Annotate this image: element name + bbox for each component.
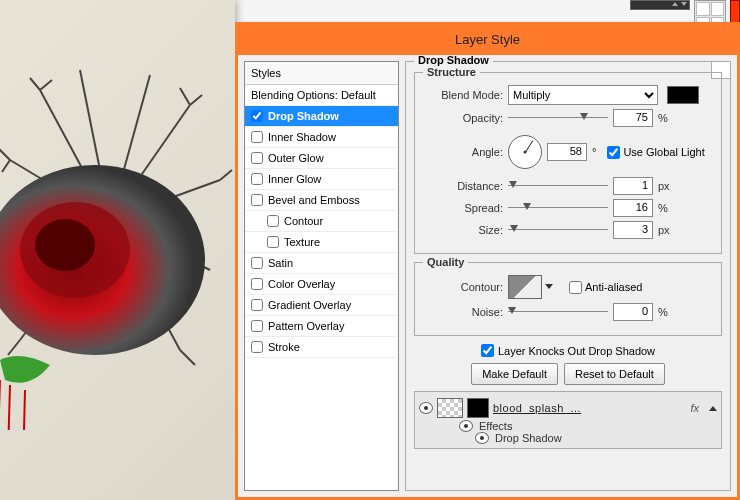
anti-aliased-checkbox[interactable]: Anti-aliased xyxy=(569,281,642,294)
style-checkbox[interactable] xyxy=(251,320,263,332)
style-item-drop-shadow[interactable]: Drop Shadow xyxy=(245,106,398,127)
size-slider[interactable] xyxy=(508,223,608,237)
opacity-slider[interactable] xyxy=(508,111,608,125)
opacity-label: Opacity: xyxy=(425,112,503,124)
blend-mode-label: Blend Mode: xyxy=(425,89,503,101)
size-label: Size: xyxy=(425,224,503,236)
effect-settings-panel: Drop Shadow Structure Blend Mode: Multip… xyxy=(399,55,737,497)
size-input[interactable]: 3 xyxy=(613,221,653,239)
contour-picker[interactable] xyxy=(508,275,542,299)
knockout-row: Layer Knocks Out Drop Shadow xyxy=(414,344,722,359)
style-item-gradient-overlay[interactable]: Gradient Overlay xyxy=(245,295,398,316)
style-label: Drop Shadow xyxy=(268,110,339,122)
global-light-checkbox[interactable]: Use Global Light xyxy=(607,146,704,159)
structure-fieldset: Structure Blend Mode: Multiply Opacity: … xyxy=(414,72,722,254)
effects-row[interactable]: Effects xyxy=(419,420,717,432)
visibility-eye-icon[interactable] xyxy=(475,432,489,444)
style-checkbox[interactable] xyxy=(251,257,263,269)
collapse-arrow-icon[interactable] xyxy=(709,406,717,411)
style-item-pattern-overlay[interactable]: Pattern Overlay xyxy=(245,316,398,337)
style-item-stroke[interactable]: Stroke xyxy=(245,337,398,358)
style-item-color-overlay[interactable]: Color Overlay xyxy=(245,274,398,295)
rose-artwork xyxy=(0,60,240,430)
layer-thumb-checker xyxy=(437,398,463,418)
noise-slider[interactable] xyxy=(508,305,608,319)
top-panel-strip xyxy=(630,0,740,22)
distance-label: Distance: xyxy=(425,180,503,192)
blend-mode-select[interactable]: Multiply xyxy=(508,85,658,105)
style-item-inner-shadow[interactable]: Inner Shadow xyxy=(245,127,398,148)
styles-header[interactable]: Styles xyxy=(245,62,398,85)
svg-point-2 xyxy=(35,219,95,271)
style-checkbox[interactable] xyxy=(267,215,279,227)
angle-input[interactable]: 58 xyxy=(547,143,587,161)
style-checkbox[interactable] xyxy=(251,152,263,164)
layer-row[interactable]: blood_splash_... fx xyxy=(419,396,717,420)
style-label: Inner Shadow xyxy=(268,131,336,143)
style-checkbox[interactable] xyxy=(251,173,263,185)
quality-legend: Quality xyxy=(423,256,468,268)
style-label: Contour xyxy=(284,215,323,227)
style-label: Color Overlay xyxy=(268,278,335,290)
shadow-color-swatch[interactable] xyxy=(667,86,699,104)
style-checkbox[interactable] xyxy=(251,341,263,353)
spread-label: Spread: xyxy=(425,202,503,214)
layer-name[interactable]: blood_splash_... xyxy=(493,402,581,414)
structure-legend: Structure xyxy=(423,66,480,78)
style-item-contour[interactable]: Contour xyxy=(245,211,398,232)
opacity-input[interactable]: 75 xyxy=(613,109,653,127)
distance-input[interactable]: 1 xyxy=(613,177,653,195)
style-checkbox[interactable] xyxy=(267,236,279,248)
style-item-outer-glow[interactable]: Outer Glow xyxy=(245,148,398,169)
quality-fieldset: Quality Contour: Anti-aliased Noise: 0 % xyxy=(414,262,722,336)
style-label: Bevel and Emboss xyxy=(268,194,360,206)
style-checkbox[interactable] xyxy=(251,131,263,143)
blending-options-row[interactable]: Blending Options: Default xyxy=(245,85,398,106)
canvas-background xyxy=(0,0,235,500)
style-item-satin[interactable]: Satin xyxy=(245,253,398,274)
style-label: Gradient Overlay xyxy=(268,299,351,311)
style-checkbox[interactable] xyxy=(251,194,263,206)
fx-badge[interactable]: fx xyxy=(690,402,705,414)
style-label: Inner Glow xyxy=(268,173,321,185)
layer-mask-thumb xyxy=(467,398,489,418)
style-item-inner-glow[interactable]: Inner Glow xyxy=(245,169,398,190)
noise-label: Noise: xyxy=(425,306,503,318)
reset-default-button[interactable]: Reset to Default xyxy=(564,363,665,385)
panel-collapse-bar[interactable] xyxy=(630,0,690,10)
style-label: Texture xyxy=(284,236,320,248)
styles-list-panel: Styles Blending Options: Default Drop Sh… xyxy=(244,61,399,491)
layer-style-dialog: Layer Style Styles Blending Options: Def… xyxy=(235,22,740,500)
effect-drop-shadow-row[interactable]: Drop Shadow xyxy=(419,432,717,444)
layer-preview-strip: blood_splash_... fx Effects Drop Shadow xyxy=(414,391,722,449)
style-label: Pattern Overlay xyxy=(268,320,344,332)
spread-input[interactable]: 16 xyxy=(613,199,653,217)
noise-input[interactable]: 0 xyxy=(613,303,653,321)
angle-label: Angle: xyxy=(425,146,503,158)
style-checkbox[interactable] xyxy=(251,110,263,122)
distance-slider[interactable] xyxy=(508,179,608,193)
contour-label: Contour: xyxy=(425,281,503,293)
dialog-title: Layer Style xyxy=(238,25,737,55)
style-checkbox[interactable] xyxy=(251,299,263,311)
style-checkbox[interactable] xyxy=(251,278,263,290)
make-default-button[interactable]: Make Default xyxy=(471,363,558,385)
knockout-checkbox[interactable]: Layer Knocks Out Drop Shadow xyxy=(481,344,655,357)
style-item-bevel-and-emboss[interactable]: Bevel and Emboss xyxy=(245,190,398,211)
visibility-eye-icon[interactable] xyxy=(459,420,473,432)
spread-slider[interactable] xyxy=(508,201,608,215)
section-title: Drop Shadow xyxy=(414,55,493,66)
style-label: Outer Glow xyxy=(268,152,324,164)
style-label: Stroke xyxy=(268,341,300,353)
style-label: Satin xyxy=(268,257,293,269)
angle-dial[interactable] xyxy=(508,135,542,169)
visibility-eye-icon[interactable] xyxy=(419,402,433,414)
style-item-texture[interactable]: Texture xyxy=(245,232,398,253)
